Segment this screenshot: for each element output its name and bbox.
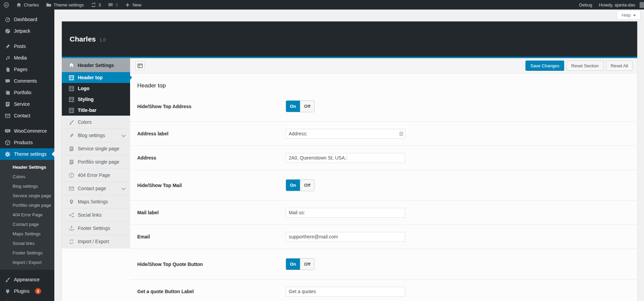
setting-label: Hide/Show Top Address: [137, 104, 286, 109]
setting-label: Get a quote Button Label: [137, 289, 286, 294]
sidebar-item-products[interactable]: Products: [0, 137, 54, 148]
adminbar-item-0[interactable]: 0: [104, 0, 121, 10]
help-button[interactable]: Help: [617, 11, 641, 20]
sidebar-item-service[interactable]: Service: [0, 98, 54, 110]
admin-bar-left: WCharlesTheme settings30New: [0, 0, 145, 10]
adminbar-item-label: New: [132, 2, 141, 7]
panel-section-404-error-page[interactable]: 404 Error Page: [62, 169, 130, 182]
sidebar-item-plugins[interactable]: Plugins3: [0, 285, 54, 297]
mail-label-input[interactable]: [286, 208, 405, 218]
setting-row-address: Address: [130, 146, 637, 170]
submenu-item-service-single-page[interactable]: Service single page: [0, 191, 54, 200]
panel-section-maps-settings[interactable]: Maps Settings: [62, 195, 130, 208]
brush-icon: [68, 119, 75, 125]
submenu-item-maps-settings[interactable]: Maps Settings: [0, 229, 54, 238]
address-label-input[interactable]: [286, 129, 405, 139]
panel-section-logo[interactable]: Logo: [62, 83, 130, 94]
submenu-item-footer-settings[interactable]: Footer Settings: [0, 248, 54, 257]
submenu-item-contact-page[interactable]: Contact page: [0, 219, 54, 229]
panel-section-footer-settings[interactable]: Footer Settings: [62, 222, 130, 235]
portfolio-icon: [4, 90, 11, 96]
adminbar-item-debug[interactable]: Debug: [576, 0, 595, 10]
email-input[interactable]: [286, 232, 405, 242]
reset-all-button[interactable]: Reset All: [606, 61, 633, 71]
toggle-off-button[interactable]: Off: [300, 258, 314, 270]
save-changes-button[interactable]: Save Changes: [525, 61, 564, 71]
toggle-on-button[interactable]: On: [286, 180, 300, 191]
update-icon: [91, 2, 96, 8]
gear-icon: [4, 151, 11, 157]
anchor-icon: [68, 225, 75, 231]
document-icon: [68, 146, 75, 152]
sidebar-item-dashboard[interactable]: Dashboard: [0, 14, 54, 25]
submenu-item-portfilio-single-page[interactable]: Portfilio single page: [0, 200, 54, 210]
caret-down-icon: [633, 15, 636, 18]
panel-section-contact-page[interactable]: Contact page: [62, 182, 130, 195]
adminbar-item-charles[interactable]: Charles: [13, 0, 42, 10]
panel-section-blog-settings[interactable]: Blog settings: [62, 129, 130, 142]
admin-menu: DashboardJetpackPostsMediaPagesCommentsP…: [0, 10, 54, 301]
sidebar-item-woocommerce[interactable]: wooWooCommerce: [0, 125, 54, 137]
submenu-item-label: Maps Settings: [13, 231, 40, 236]
sidebar-item-comments[interactable]: Comments: [0, 75, 54, 87]
submenu-item-colors[interactable]: Colors: [0, 172, 54, 181]
sidebar-item-label: Jetpack: [14, 28, 30, 34]
sidebar-item-jetpack[interactable]: Jetpack: [0, 25, 54, 37]
service-icon: [4, 101, 11, 107]
adminbar-item-theme-settings[interactable]: Theme settings: [42, 0, 87, 10]
panel-section-import-export[interactable]: Import / Export: [62, 235, 130, 248]
sidebar-item-label: Appearance: [14, 277, 40, 282]
panel-section-portfilio-single-page[interactable]: Portfilio single page: [62, 155, 130, 169]
setting-label: Email: [137, 234, 286, 239]
on-off-toggle: OnOff: [286, 100, 315, 112]
sidebar-item-users-icon[interactable]: [0, 297, 54, 301]
panel-section-social-links[interactable]: Social links: [62, 208, 130, 222]
address-input[interactable]: [286, 153, 405, 163]
toggle-on-button[interactable]: On: [286, 101, 300, 112]
adminbar-item-3[interactable]: 3: [87, 0, 104, 10]
panel-section-label: Social links: [78, 212, 102, 218]
toggle-off-button[interactable]: Off: [300, 180, 314, 191]
adminbar-item-wordpress-icon[interactable]: W: [0, 0, 13, 10]
sidebar-item-contact[interactable]: Contact: [0, 110, 54, 121]
submenu-item-header-settings[interactable]: Header Settings: [0, 162, 54, 172]
get-a-quote-button-label-input[interactable]: [286, 287, 405, 297]
products-icon: [4, 140, 11, 146]
appearance-icon: [4, 277, 11, 283]
submenu-item-label: Footer Settings: [13, 250, 42, 255]
panel-section-header-top[interactable]: Header top: [62, 72, 130, 83]
submenu-item-social-links[interactable]: Social links: [0, 238, 54, 248]
contact-icon: [4, 113, 11, 119]
panel-section-header-settings[interactable]: Header Settings: [62, 58, 130, 72]
submenu-item-404-error-page[interactable]: 404 Error Page: [0, 210, 54, 219]
setting-label: Hide/Show Top Quote Button: [137, 262, 286, 267]
adminbar-item-new[interactable]: New: [121, 0, 145, 10]
sidebar-item-posts[interactable]: Posts: [0, 40, 54, 52]
map-pin-icon: [68, 199, 75, 205]
adminbar-item-label: Charles: [24, 2, 39, 7]
toggle-on-button[interactable]: On: [286, 258, 300, 270]
sidebar-item-media[interactable]: Media: [0, 52, 54, 64]
toggle-off-button[interactable]: Off: [300, 101, 314, 112]
sidebar-item-theme-settings[interactable]: Theme settings: [0, 148, 54, 160]
expand-options-button[interactable]: [136, 61, 144, 70]
setting-label: Mail label: [137, 210, 286, 215]
panel-section-colors[interactable]: Colors: [62, 116, 130, 129]
grid-icon: [68, 75, 75, 81]
submenu-item-blog-settings[interactable]: Blog settings: [0, 181, 54, 191]
sidebar-item-appearance[interactable]: Appearance: [0, 274, 54, 285]
sidebar-item-pages[interactable]: Pages: [0, 64, 54, 75]
submenu-item-import-export[interactable]: Import / Export: [0, 257, 54, 267]
panel-section-service-single-page[interactable]: Service single page: [62, 142, 130, 155]
sidebar-item-portfolio[interactable]: Portfolio: [0, 87, 54, 98]
adminbar-item-howdy-ajanta-das[interactable]: Howdy, ajanta-das: [595, 0, 644, 10]
setting-row-address-label: Address label: [130, 122, 637, 146]
panel-main: Save Changes Reset Section Reset All Hea…: [130, 58, 637, 301]
on-off-toggle: OnOff: [286, 258, 315, 270]
reset-section-button[interactable]: Reset Section: [567, 61, 604, 71]
section-heading: Header top: [130, 73, 637, 91]
sidebar-item-label: Contact: [14, 113, 30, 118]
panel-section-title-bar[interactable]: Title-bar: [62, 105, 130, 116]
setting-label: Hide/Show Top Mail: [137, 183, 286, 188]
panel-section-styling[interactable]: Styling: [62, 94, 130, 105]
